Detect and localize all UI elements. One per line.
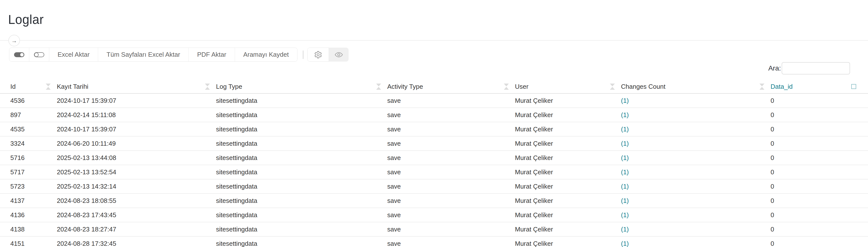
header-filter-icon[interactable] — [759, 84, 765, 90]
column-header-kayit-tarihi[interactable]: Kayıt Tarihi — [53, 79, 212, 94]
table-body: 4536 2024-10-17 15:39:07 sitesettingdata… — [0, 94, 868, 247]
table-row[interactable]: 897 2024-02-14 15:11:08 sitesettingdata … — [0, 108, 868, 122]
cell-log-type: sitesettingdata — [212, 240, 383, 247]
cell-data-id: 0 — [767, 168, 868, 176]
table-row[interactable]: 4137 2024-08-23 18:08:55 sitesettingdata… — [0, 194, 868, 208]
table-row[interactable]: 5716 2025-02-13 13:44:08 sitesettingdata… — [0, 151, 868, 165]
cell-user: Murat Çeliker — [511, 183, 617, 190]
column-header-id[interactable]: Id — [0, 79, 53, 94]
toolbar-button-group: Excel Aktar Tüm Sayfaları Excel Aktar PD… — [9, 48, 298, 62]
toolbar: Excel Aktar Tüm Sayfaları Excel Aktar PD… — [9, 48, 349, 62]
changes-count-link[interactable]: (1) — [617, 225, 767, 233]
cell-activity-type: save — [383, 168, 511, 176]
header-filter-icon[interactable] — [610, 84, 615, 90]
changes-count-link[interactable]: (1) — [617, 211, 767, 219]
cell-record-date: 2025-02-13 13:44:08 — [53, 154, 212, 162]
cell-user: Murat Çeliker — [511, 140, 617, 147]
toggle-on-icon — [14, 52, 24, 57]
changes-count-link[interactable]: (1) — [617, 97, 767, 105]
cell-user: Murat Çeliker — [511, 225, 617, 233]
changes-count-link[interactable]: (1) — [617, 197, 767, 204]
table-row[interactable]: 5723 2025-02-13 14:32:14 sitesettingdata… — [0, 180, 868, 194]
changes-count-link[interactable]: (1) — [617, 168, 767, 176]
cell-id: 5717 — [0, 168, 53, 176]
column-label: Changes Count — [621, 83, 665, 90]
settings-button[interactable] — [307, 48, 329, 62]
cell-record-date: 2024-06-20 10:11:49 — [53, 140, 212, 147]
cell-id: 4151 — [0, 240, 53, 247]
toggle-off-button[interactable] — [29, 48, 49, 61]
cell-log-type: sitesettingdata — [212, 97, 383, 105]
cell-data-id: 0 — [767, 240, 868, 247]
header-filter-icon[interactable] — [205, 84, 210, 90]
search-input[interactable] — [782, 62, 850, 75]
column-label: User — [515, 83, 528, 90]
table-row[interactable]: 5717 2025-02-13 13:52:54 sitesettingdata… — [0, 165, 868, 180]
header-filter-icon[interactable] — [45, 84, 51, 90]
column-header-user[interactable]: User — [511, 79, 617, 94]
table-header-row: Id Kayıt Tarihi Log Type Activity Type U… — [0, 79, 868, 94]
header-filter-icon[interactable] — [504, 84, 509, 90]
changes-count-link[interactable]: (1) — [617, 154, 767, 162]
cell-id: 4138 — [0, 225, 53, 233]
cell-activity-type: save — [383, 211, 511, 219]
cell-record-date: 2024-08-23 18:08:55 — [53, 197, 212, 204]
cell-data-id: 0 — [767, 154, 868, 162]
cell-data-id: 0 — [767, 197, 868, 204]
visibility-button[interactable] — [329, 48, 349, 62]
export-excel-button[interactable]: Excel Aktar — [49, 48, 98, 61]
table-row[interactable]: 4136 2024-08-23 17:43:45 sitesettingdata… — [0, 208, 868, 222]
export-all-pages-excel-button[interactable]: Tüm Sayfaları Excel Aktar — [98, 48, 189, 61]
column-header-log-type[interactable]: Log Type — [212, 79, 383, 94]
cell-log-type: sitesettingdata — [212, 154, 383, 162]
cell-user: Murat Çeliker — [511, 126, 617, 133]
cell-id: 4536 — [0, 97, 53, 105]
panel-divider — [0, 40, 868, 41]
cell-record-date: 2024-02-14 15:11:08 — [53, 111, 212, 119]
cell-id: 4137 — [0, 197, 53, 204]
toggle-on-button[interactable] — [9, 48, 29, 61]
cell-user: Murat Çeliker — [511, 168, 617, 176]
column-header-data-id[interactable]: Data_id — [767, 79, 868, 94]
cell-data-id: 0 — [767, 183, 868, 190]
table-row[interactable]: 4151 2024-08-28 17:32:45 sitesettingdata… — [0, 237, 868, 247]
toggle-off-icon — [34, 52, 44, 57]
cell-activity-type: save — [383, 240, 511, 247]
panel-collapse-button[interactable]: → — [8, 35, 20, 46]
changes-count-link[interactable]: (1) — [617, 183, 767, 190]
cell-id: 5716 — [0, 154, 53, 162]
header-filter-icon[interactable] — [376, 84, 381, 90]
cell-activity-type: save — [383, 97, 511, 105]
changes-count-link[interactable]: (1) — [617, 111, 767, 119]
cell-activity-type: save — [383, 140, 511, 147]
column-label: Data_id — [771, 83, 793, 90]
column-header-changes-count[interactable]: Changes Count — [617, 79, 767, 94]
export-pdf-button[interactable]: PDF Aktar — [189, 48, 235, 61]
cell-activity-type: save — [383, 154, 511, 162]
table-row[interactable]: 4536 2024-10-17 15:39:07 sitesettingdata… — [0, 94, 868, 108]
changes-count-link[interactable]: (1) — [617, 126, 767, 133]
cell-data-id: 0 — [767, 211, 868, 219]
table-row[interactable]: 3324 2024-06-20 10:11:49 sitesettingdata… — [0, 137, 868, 151]
changes-count-link[interactable]: (1) — [617, 140, 767, 147]
eye-icon — [334, 50, 343, 59]
cell-activity-type: save — [383, 225, 511, 233]
changes-count-link[interactable]: (1) — [617, 240, 767, 247]
cell-record-date: 2024-10-17 15:39:07 — [53, 97, 212, 105]
cell-activity-type: save — [383, 197, 511, 204]
save-search-button[interactable]: Aramayı Kaydet — [235, 48, 297, 61]
cell-log-type: sitesettingdata — [212, 126, 383, 133]
column-select-square-icon[interactable] — [851, 84, 856, 89]
search-label: Ara: — [768, 64, 781, 72]
logs-table: Id Kayıt Tarihi Log Type Activity Type U… — [0, 79, 868, 247]
table-row[interactable]: 4535 2024-10-17 15:39:07 sitesettingdata… — [0, 122, 868, 137]
cell-activity-type: save — [383, 111, 511, 119]
column-header-activity-type[interactable]: Activity Type — [383, 79, 511, 94]
table-row[interactable]: 4138 2024-08-23 18:27:47 sitesettingdata… — [0, 222, 868, 237]
cell-id: 5723 — [0, 183, 53, 190]
cell-user: Murat Çeliker — [511, 154, 617, 162]
cell-log-type: sitesettingdata — [212, 140, 383, 147]
cell-record-date: 2025-02-13 13:52:54 — [53, 168, 212, 176]
cell-user: Murat Çeliker — [511, 197, 617, 204]
gear-icon — [314, 51, 322, 59]
